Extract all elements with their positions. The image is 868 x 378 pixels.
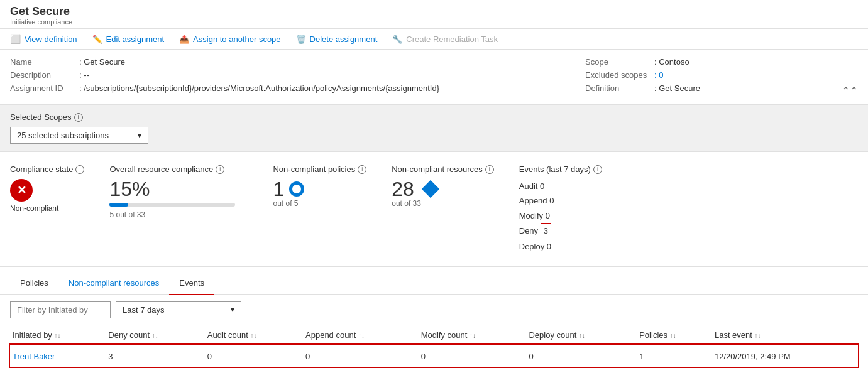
events-append-value: 0 — [549, 196, 554, 205]
tab-events[interactable]: Events — [169, 272, 214, 295]
tabs-section: Policies Non-compliant resources Events — [0, 272, 868, 295]
compliance-state-metric: Compliance state i ✕ Non-compliant — [10, 165, 84, 254]
cell-deny-count: 3 — [106, 345, 205, 367]
non-compliant-resources-metric: Non-compliant resources i 28 out of 33 — [392, 165, 494, 254]
date-dropdown-chevron-icon: ▾ — [231, 305, 234, 314]
description-row: Description : -- — [10, 70, 585, 80]
compliance-state-info-icon[interactable]: i — [75, 165, 84, 174]
col-audit-count[interactable]: Audit count ↑↓ — [205, 325, 303, 345]
selected-scopes-info-icon[interactable]: i — [74, 113, 83, 122]
view-definition-icon: ⬜ — [10, 34, 21, 44]
assignment-id-row: Assignment ID : /subscriptions/{subscrip… — [10, 84, 585, 93]
progress-bar-fill — [109, 203, 128, 207]
cell-last-event: 12/20/2019, 2:49 PM — [712, 345, 858, 367]
overall-resource-info-icon[interactable]: i — [216, 165, 224, 174]
events-metric: Events (last 7 days) i Audit 0 Append 0 … — [519, 165, 602, 254]
table-row: Trent Baker 3 0 0 0 0 1 12/20/2019, 2:49… — [10, 345, 858, 367]
table-body: Trent Baker 3 0 0 0 0 1 12/20/2019, 2:49… — [10, 345, 858, 367]
sort-initiated-by-icon: ↑↓ — [55, 332, 61, 339]
definition-label: Definition — [585, 84, 654, 93]
assign-scope-icon: 📤 — [179, 35, 189, 44]
sort-policies-icon: ↑↓ — [670, 332, 676, 339]
events-table: Initiated by ↑↓ Deny count ↑↓ Audit coun… — [10, 325, 858, 368]
filter-input[interactable] — [10, 301, 111, 318]
non-compliant-policies-info-icon[interactable]: i — [358, 165, 366, 174]
remediation-icon: 🔧 — [392, 35, 402, 44]
scope-dropdown[interactable]: 25 selected subscriptions ▾ — [10, 127, 148, 144]
events-deny-value-highlight: 3 — [541, 223, 551, 239]
delete-icon: 🗑️ — [296, 35, 306, 44]
col-deny-count[interactable]: Deny count ↑↓ — [106, 325, 205, 345]
info-left: Name : Get Secure Description : -- Assig… — [10, 57, 585, 97]
non-compliant-resources-value: 28 — [392, 179, 494, 199]
col-initiated-by[interactable]: Initiated by ↑↓ — [10, 325, 106, 345]
assign-scope-button[interactable]: 📤 Assign to another scope — [179, 35, 280, 44]
name-row: Name : Get Secure — [10, 57, 585, 67]
view-definition-button[interactable]: ⬜ View definition — [10, 34, 77, 44]
events-info-icon[interactable]: i — [593, 165, 602, 174]
non-compliant-policies-title: Non-compliant policies i — [273, 165, 366, 174]
col-append-count[interactable]: Append count ↑↓ — [303, 325, 419, 345]
info-right: Scope : Contoso Excluded scopes : 0 Defi… — [585, 57, 837, 97]
col-modify-count[interactable]: Modify count ↑↓ — [419, 325, 527, 345]
edit-assignment-button[interactable]: ✏️ Edit assignment — [92, 35, 165, 44]
selected-scopes-label: Selected Scopes i — [10, 112, 858, 122]
scope-row: Scope : Contoso — [585, 57, 837, 67]
overall-resource-sub: 5 out of 33 — [109, 210, 248, 219]
overall-resource-title: Overall resource compliance i — [109, 165, 248, 174]
tab-non-compliant-resources[interactable]: Non-compliant resources — [58, 272, 170, 295]
date-dropdown[interactable]: Last 7 days ▾ — [116, 301, 241, 318]
non-compliant-icon: ✕ — [10, 179, 33, 202]
events-modify-row: Modify 0 — [519, 208, 602, 223]
table-header: Initiated by ↑↓ Deny count ↑↓ Audit coun… — [10, 325, 858, 345]
assignment-id-value: : /subscriptions/{subscriptionId}/provid… — [79, 84, 439, 93]
policy-icon-inner — [292, 185, 301, 193]
delete-assignment-button[interactable]: 🗑️ Delete assignment — [296, 35, 378, 44]
sort-last-event-icon: ↑↓ — [755, 332, 761, 339]
events-deploy-label: Deploy — [519, 242, 544, 251]
overall-resource-metric: Overall resource compliance i 15% 5 out … — [109, 165, 248, 254]
events-audit-value: 0 — [540, 181, 544, 191]
metrics-section: Compliance state i ✕ Non-compliant Overa… — [0, 152, 868, 267]
scope-value: : Contoso — [654, 57, 689, 67]
non-compliant-resources-info-icon[interactable]: i — [485, 165, 494, 174]
assignment-id-label: Assignment ID — [10, 84, 79, 93]
non-compliant-policies-sub: out of 5 — [273, 199, 366, 208]
name-label: Name — [10, 57, 79, 67]
sort-deploy-count-icon: ↑↓ — [579, 332, 585, 339]
sort-audit-count-icon: ↑↓ — [250, 332, 256, 339]
cell-audit-count: 0 — [205, 345, 303, 367]
overall-resource-percent: 15% — [109, 179, 248, 199]
cell-policies: 1 — [637, 345, 712, 367]
create-remediation-button[interactable]: 🔧 Create Remediation Task — [392, 35, 498, 44]
col-deploy-count[interactable]: Deploy count ↑↓ — [526, 325, 637, 345]
cell-append-count: 0 — [303, 345, 419, 367]
definition-row: Definition : Get Secure — [585, 84, 837, 93]
scope-dropdown-value: 25 selected subscriptions — [17, 131, 109, 140]
col-policies[interactable]: Policies ↑↓ — [637, 325, 712, 345]
sort-deny-count-icon: ↑↓ — [152, 332, 158, 339]
cell-initiated-by[interactable]: Trent Baker — [10, 345, 106, 367]
col-last-event[interactable]: Last event ↑↓ — [712, 325, 858, 345]
compliance-state-title: Compliance state i — [10, 165, 84, 174]
create-remediation-label: Create Remediation Task — [406, 35, 498, 44]
events-title: Events (last 7 days) i — [519, 165, 602, 174]
date-dropdown-value: Last 7 days — [123, 305, 165, 315]
progress-bar — [109, 203, 235, 207]
events-deploy-value: 0 — [547, 242, 551, 251]
excluded-scopes-row: Excluded scopes : 0 — [585, 70, 837, 80]
events-audit-label: Audit — [519, 181, 538, 191]
page-header: Get Secure Initiative compliance — [0, 0, 868, 29]
collapse-icon[interactable]: ⌃⌃ — [842, 85, 858, 97]
non-compliant-policies-value: 1 — [273, 179, 366, 199]
events-modify-value: 0 — [546, 211, 550, 220]
events-deploy-row: Deploy 0 — [519, 239, 602, 254]
sort-modify-count-icon: ↑↓ — [470, 332, 476, 339]
edit-icon: ✏️ — [92, 35, 102, 44]
events-append-label: Append — [519, 196, 547, 205]
definition-value: : Get Secure — [654, 84, 700, 93]
non-compliant-policies-metric: Non-compliant policies i 1 out of 5 — [273, 165, 366, 254]
excluded-scopes-value[interactable]: : 0 — [654, 70, 663, 80]
tab-policies[interactable]: Policies — [10, 272, 58, 295]
events-append-row: Append 0 — [519, 193, 602, 208]
